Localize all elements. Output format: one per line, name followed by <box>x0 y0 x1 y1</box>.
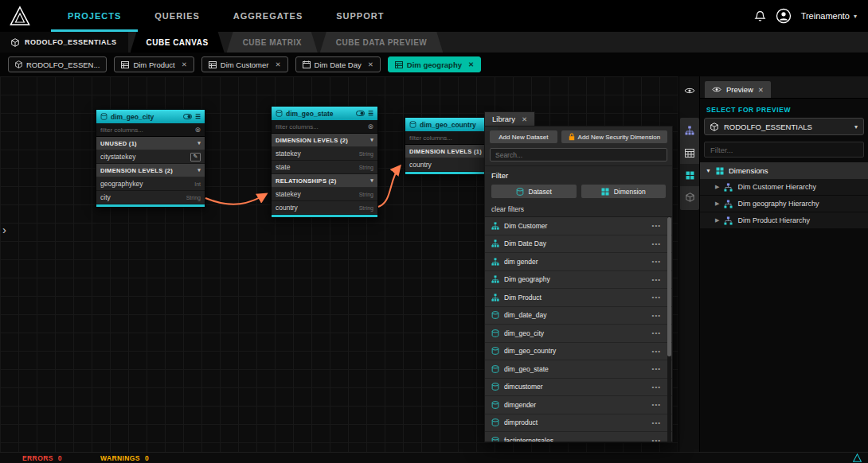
item-options-button[interactable]: ••• <box>652 365 661 372</box>
user-menu[interactable]: Treinamento ▾ <box>801 11 857 21</box>
close-icon[interactable]: ✕ <box>522 115 527 123</box>
library-item[interactable]: Dim geography ••• <box>485 271 672 290</box>
add-new-dataset-button[interactable]: Add New Dataset <box>490 130 557 143</box>
dataset-filter-button[interactable]: Dataset <box>491 185 577 198</box>
column-row[interactable]: citystatekey ✎ <box>96 150 205 164</box>
node-header[interactable]: dim_geo_city ☰ <box>96 110 205 123</box>
dimensions-tool-button[interactable] <box>680 119 699 142</box>
clear-filters-link[interactable]: clear filters <box>485 201 672 216</box>
user-avatar-icon[interactable] <box>776 8 792 24</box>
canvas-node-dim-geo-state[interactable]: dim_geo_state ☰ ⊗ DIMENSION LEVELS (2) ▾… <box>271 106 378 218</box>
canvas-node-dim-geo-city[interactable]: dim_geo_city ☰ ⊗ UNUSED (1) ▾ citystatek… <box>96 109 205 208</box>
section-unused[interactable]: UNUSED (1) ▾ <box>96 137 205 150</box>
close-icon[interactable]: ✕ <box>758 86 764 94</box>
section-dimension-levels[interactable]: DIMENSION LEVELS (2) ▾ <box>96 164 205 177</box>
edit-icon[interactable]: ✎ <box>190 153 201 161</box>
library-grid-button[interactable] <box>680 164 699 186</box>
library-item[interactable]: dim_date_day ••• <box>485 307 672 325</box>
item-options-button[interactable]: ••• <box>652 401 661 408</box>
item-options-button[interactable]: ••• <box>652 222 661 229</box>
tab-cube-data-preview[interactable]: CUBE DATA PREVIEW <box>320 32 443 53</box>
pill-dim-date-day[interactable]: Dim Date Day ✕ <box>295 56 381 72</box>
tree-node-dim-product-hierarchy[interactable]: ▶ Dim Product Hierarchy <box>700 212 868 229</box>
pill-project[interactable]: RODOLFO_ESSEN... <box>8 56 107 72</box>
toggle-icon[interactable] <box>183 114 192 119</box>
close-icon[interactable]: ✕ <box>368 60 373 68</box>
item-options-button[interactable]: ••• <box>652 276 661 283</box>
nav-queries[interactable]: QUERIES <box>138 0 217 32</box>
node-header[interactable]: dim_geo_state ☰ <box>272 107 377 120</box>
tree-node-dim-geography-hierarchy[interactable]: ▶ Dim geography Hierarchy <box>700 196 868 212</box>
tree-closed-icon[interactable]: ▶ <box>715 184 719 190</box>
menu-icon[interactable]: ☰ <box>195 113 201 120</box>
filter-columns-input[interactable] <box>100 126 191 134</box>
item-options-button[interactable]: ••• <box>652 348 661 355</box>
library-item[interactable]: Dim Date Day ••• <box>485 235 672 254</box>
tree-closed-icon[interactable]: ▶ <box>715 217 719 224</box>
filter-columns-input[interactable] <box>276 123 364 130</box>
nav-support[interactable]: SUPPORT <box>319 0 401 32</box>
add-new-security-dimension-button[interactable]: Add New Security Dimension <box>561 130 667 143</box>
section-relationships[interactable]: RELATIONSHIPS (2) ▾ <box>272 174 377 188</box>
project-select-dropdown[interactable]: RODOLFO_ESSENTIALS ▾ <box>704 118 864 135</box>
clear-filter-icon[interactable]: ⊗ <box>367 123 373 130</box>
close-icon[interactable]: ✕ <box>182 60 187 68</box>
item-options-button[interactable]: ••• <box>652 383 661 391</box>
column-row[interactable]: city String <box>96 191 205 204</box>
tree-open-icon[interactable]: ▼ <box>706 168 711 173</box>
column-row[interactable]: country String <box>272 201 377 215</box>
library-item[interactable]: dim_geo_country ••• <box>485 343 672 361</box>
menu-icon[interactable]: ☰ <box>368 110 373 117</box>
filter-columns-input[interactable] <box>409 134 494 142</box>
library-item[interactable]: Dim Customer ••• <box>485 217 672 235</box>
notification-bell-icon[interactable] <box>754 10 766 22</box>
close-icon[interactable]: ✕ <box>468 60 474 68</box>
library-item[interactable]: Dim Product ••• <box>485 289 672 307</box>
search-input[interactable] <box>490 148 667 161</box>
nav-projects[interactable]: PROJECTS <box>51 0 138 32</box>
item-options-button[interactable]: ••• <box>652 258 661 265</box>
column-row[interactable]: statekey String <box>272 188 377 201</box>
atscale-logo-icon[interactable] <box>10 6 30 26</box>
tab-cube-canvas[interactable]: CUBE CANVAS <box>131 32 225 53</box>
preview-tab[interactable]: Preview ✕ <box>705 81 771 98</box>
column-row[interactable]: state String <box>272 161 377 174</box>
toggle-icon[interactable] <box>356 111 365 116</box>
errors-status[interactable]: ERRORS 0 <box>22 454 62 462</box>
library-item[interactable]: dimcustomer ••• <box>485 379 672 397</box>
library-item[interactable]: factinternetsales ••• <box>485 432 672 442</box>
tab-cube-matrix[interactable]: CUBE MATRIX <box>227 32 318 53</box>
item-options-button[interactable]: ••• <box>652 240 661 247</box>
library-tab[interactable]: Library ✕ <box>484 111 535 126</box>
nav-aggregates[interactable]: AGGREGATES <box>217 0 319 32</box>
library-item[interactable]: dimgender ••• <box>485 396 672 414</box>
column-row[interactable]: statekey String <box>272 147 377 161</box>
tree-node-dim-customer-hierarchy[interactable]: ▶ Dim Customer Hierarchy <box>700 179 868 196</box>
section-dimension-levels[interactable]: DIMENSION LEVELS (2) ▾ <box>272 134 377 147</box>
library-item[interactable]: dimproduct ••• <box>485 414 672 433</box>
project-tab[interactable]: RODOLFO_ESSENTIALS <box>0 32 128 53</box>
pill-dim-customer[interactable]: Dim Customer ✕ <box>201 56 288 72</box>
dimension-filter-button[interactable]: Dimension <box>581 185 667 198</box>
expand-left-panel-icon[interactable]: › <box>2 223 6 236</box>
item-options-button[interactable]: ••• <box>652 437 661 442</box>
item-options-button[interactable]: ••• <box>652 419 661 426</box>
library-item[interactable]: dim_geo_city ••• <box>485 325 672 343</box>
item-options-button[interactable]: ••• <box>652 312 661 319</box>
library-item[interactable]: dim gender ••• <box>485 253 672 271</box>
cube-tool-button[interactable] <box>680 186 699 208</box>
pill-dim-geography[interactable]: Dim geography ✕ <box>388 56 481 72</box>
item-options-button[interactable]: ••• <box>652 294 661 301</box>
preview-eye-button[interactable] <box>682 84 698 97</box>
close-icon[interactable]: ✕ <box>275 60 280 68</box>
tree-node-dimensions[interactable]: ▼ Dimensions <box>700 162 868 179</box>
warnings-status[interactable]: WARNINGS 0 <box>100 454 149 462</box>
preview-filter-input[interactable] <box>704 142 864 158</box>
tree-closed-icon[interactable]: ▶ <box>715 200 719 207</box>
library-item[interactable]: dim_geo_state ••• <box>485 360 672 379</box>
clear-filter-icon[interactable]: ⊗ <box>194 126 201 134</box>
column-row[interactable]: geographykey Int <box>96 177 205 191</box>
pill-dim-product[interactable]: Dim Product ✕ <box>114 56 194 72</box>
table-view-button[interactable] <box>680 142 699 164</box>
scrollbar-thumb[interactable] <box>667 217 671 356</box>
